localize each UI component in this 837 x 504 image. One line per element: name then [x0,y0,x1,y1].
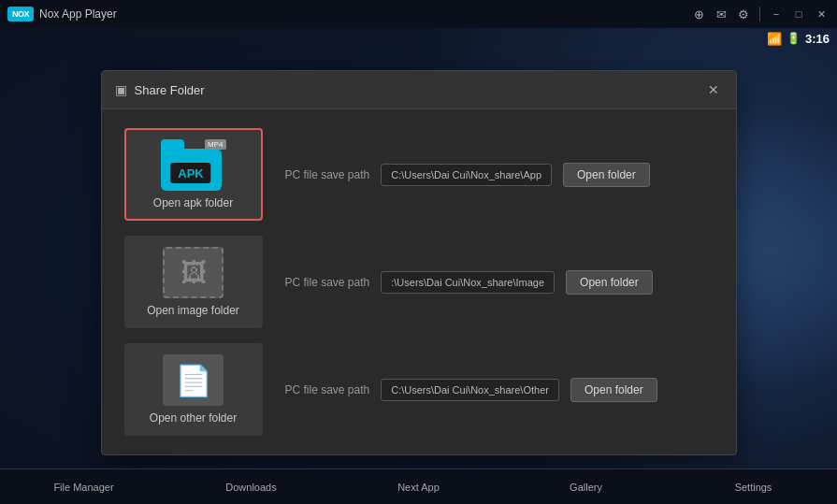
nav-file-manager-label: File Manager [53,482,113,493]
titlebar-title: Nox App Player [39,7,117,21]
status-time: 3:16 [805,32,830,46]
image-folder-row: 🖼 Open image folder PC file save path :\… [124,236,714,328]
nox-logo-icon: NOX [7,7,34,22]
image-folder-label: Open image folder [147,304,239,317]
image-path-value: :\Users\Dai Cui\Nox_share\Image [381,271,555,294]
apk-folder-label: Open apk folder [153,196,233,209]
wifi-icon: 📶 [767,32,782,46]
apk-folder-tile[interactable]: APK MP4 Open apk folder [124,128,263,221]
bottom-nav: File Manager Downloads Next App Gallery … [0,468,837,504]
other-path-label: PC file save path [285,383,370,396]
apk-folder-bg: APK [161,149,222,191]
restore-button[interactable]: □ [790,6,807,22]
other-path-value: C:\Users\Dai Cui\Nox_share\Other [381,379,559,401]
image-open-folder-button[interactable]: Open folder [566,270,653,295]
nav-settings[interactable]: Settings [670,469,837,504]
nav-next-app[interactable]: Next App [335,469,502,504]
apk-icon: APK MP4 [161,139,226,191]
dialog-close-button[interactable]: ✕ [704,80,723,99]
dialog-overlay: ▣ Share Folder ✕ APK [0,28,837,504]
nav-file-manager[interactable]: File Manager [0,469,167,504]
battery-icon: 🔋 [786,32,801,45]
nav-gallery[interactable]: Gallery [502,469,670,504]
share-folder-dialog: ▣ Share Folder ✕ APK [101,70,737,455]
dialog-body: APK MP4 Open apk folder PC file save pat… [102,109,736,454]
other-folder-label: Open other folder [150,411,237,425]
other-folder-info: PC file save path C:\Users\Dai Cui\Nox_s… [285,378,714,402]
titlebar: NOX Nox App Player ⊕ ✉ ⚙ − □ ✕ [0,0,837,28]
dialog-header: ▣ Share Folder ✕ [102,71,736,109]
other-doc-icon: 📄 [175,363,212,398]
apk-open-folder-button[interactable]: Open folder [563,163,650,187]
apk-badge: MP4 [205,139,225,150]
nav-settings-label: Settings [735,482,772,493]
dialog-header-icon: ▣ [115,82,127,97]
gear-icon[interactable]: ⚙ [735,6,752,22]
image-folder-tile[interactable]: 🖼 Open image folder [124,236,263,328]
apk-label-text: APK [178,166,203,180]
pin-icon[interactable]: ⊕ [690,6,707,22]
titlebar-logo: NOX Nox App Player [0,7,124,22]
apk-label-box: APK [170,163,210,183]
other-icon: 📄 [163,354,224,406]
image-icon-inner: 🖼 [180,257,207,288]
nav-downloads-label: Downloads [225,482,276,493]
mail-icon[interactable]: ✉ [713,6,729,22]
other-folder-row: 📄 Open other folder PC file save path C:… [124,343,714,436]
nav-downloads[interactable]: Downloads [167,469,335,504]
other-folder-tile[interactable]: 📄 Open other folder [124,343,263,436]
image-icon: 🖼 [163,247,224,298]
close-button[interactable]: ✕ [813,6,830,22]
nav-gallery-label: Gallery [570,482,602,493]
main-area: ▣ Share Folder ✕ APK [0,28,837,504]
dialog-title: Share Folder [135,83,205,97]
minimize-button[interactable]: − [768,6,785,22]
apk-folder-row: APK MP4 Open apk folder PC file save pat… [124,128,714,221]
image-path-label: PC file save path [285,276,370,289]
nav-next-app-label: Next App [397,482,440,493]
image-folder-info: PC file save path :\Users\Dai Cui\Nox_sh… [285,270,714,295]
image-placeholder-icon: 🖼 [180,257,207,288]
other-open-folder-button[interactable]: Open folder [570,378,657,402]
dialog-header-left: ▣ Share Folder [115,82,205,97]
apk-folder-info: PC file save path C:\Users\Dai Cui\Nox_s… [285,163,714,187]
apk-path-label: PC file save path [285,168,370,181]
apk-path-value: C:\Users\Dai Cui\Nox_share\App [381,164,552,186]
